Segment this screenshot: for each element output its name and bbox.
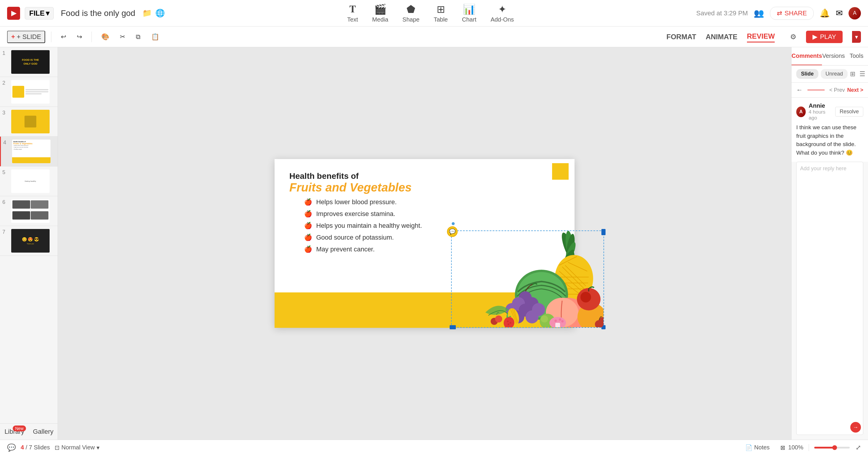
gallery-button[interactable]: Gallery bbox=[29, 424, 58, 440]
chat-icon[interactable]: ✉ bbox=[836, 8, 843, 18]
slide-thumb-4[interactable]: 4 Health benefits of Fruits & Vegetables… bbox=[0, 137, 58, 166]
slide-thumb-1[interactable]: 1 FOOD IS THEONLY GOD bbox=[0, 47, 58, 77]
slide-num-1: 1 bbox=[2, 50, 9, 56]
tool-table[interactable]: ⊞ Table bbox=[434, 3, 448, 23]
play-dropdown-icon[interactable]: ▾ bbox=[852, 31, 861, 43]
add-slide-button[interactable]: + + SLIDE bbox=[7, 31, 45, 43]
slide-thumb-3[interactable]: 3 bbox=[0, 107, 58, 137]
commenter-avatar: A bbox=[796, 106, 806, 117]
tool-chart[interactable]: 📊 Chart bbox=[462, 3, 476, 23]
addons-icon: ✦ bbox=[498, 3, 506, 15]
shape-icon: ⬟ bbox=[407, 3, 415, 15]
copy-button[interactable]: ⧉ bbox=[132, 31, 144, 42]
table-icon: ⊞ bbox=[437, 3, 445, 15]
addons-label: Add-Ons bbox=[491, 16, 514, 23]
rotate-handle[interactable] bbox=[452, 222, 455, 225]
text-label: Text bbox=[347, 16, 358, 23]
tool-addons[interactable]: ✦ Add-Ons bbox=[491, 3, 514, 23]
apple-icon-1: 🍎 bbox=[304, 198, 312, 206]
right-panel: Comments Versions Tools Slide Unread ⊞ ☰… bbox=[791, 47, 868, 440]
tool-media[interactable]: 🎬 Media bbox=[372, 3, 388, 23]
notes-label: Notes bbox=[754, 444, 770, 451]
svg-point-52 bbox=[561, 320, 564, 323]
comment-header: A Annie 4 hours ago Resolve bbox=[796, 102, 863, 121]
play-icon: ▶ bbox=[812, 33, 817, 41]
slide-preview-4: Health benefits of Fruits & Vegetables •… bbox=[12, 139, 51, 163]
scissors-button[interactable]: ✂ bbox=[116, 31, 129, 42]
prev-button[interactable]: < Prev bbox=[829, 87, 845, 93]
plus-icon: + bbox=[11, 33, 15, 41]
comment-pin[interactable]: 💬 bbox=[447, 226, 458, 237]
zoom-area: ⊠ 100% ⤢ bbox=[780, 444, 861, 451]
slide-num-3: 3 bbox=[2, 110, 9, 116]
new-badge: New bbox=[13, 425, 26, 431]
slide-thumb-5[interactable]: 5 Eating healthy bbox=[0, 166, 58, 196]
svg-point-35 bbox=[541, 316, 548, 323]
undo-button[interactable]: ↩ bbox=[57, 31, 70, 42]
library-button[interactable]: Library New bbox=[0, 424, 29, 440]
tab-tools[interactable]: Tools bbox=[845, 47, 868, 65]
main-layout: 1 FOOD IS THEONLY GOD 2 3 bbox=[0, 47, 868, 440]
list-view-icon[interactable]: ☰ bbox=[860, 70, 865, 78]
tool-shape[interactable]: ⬟ Shape bbox=[402, 3, 420, 23]
bell-icon[interactable]: 🔔 bbox=[819, 8, 830, 18]
grid-view-icon[interactable]: ⊞ bbox=[850, 70, 855, 78]
svg-point-45 bbox=[507, 320, 509, 322]
tab-versions[interactable]: Versions bbox=[822, 47, 845, 65]
tab-review[interactable]: REVIEW bbox=[747, 31, 775, 42]
tool-text[interactable]: 𝐓 Text bbox=[347, 3, 358, 23]
play-button[interactable]: ▶ PLAY bbox=[806, 31, 843, 43]
slide-indicator: 4 / 7 Slides bbox=[21, 444, 50, 451]
tab-comments[interactable]: Comments bbox=[792, 47, 822, 65]
sub-toolbar: + + SLIDE ↩ ↪ 🎨 ✂ ⧉ 📋 FORMAT ANIMATE REV… bbox=[0, 27, 868, 47]
zoom-thumb[interactable] bbox=[832, 445, 837, 450]
user-avatar[interactable]: A bbox=[848, 7, 861, 20]
slide-thumb-6[interactable]: 6 bbox=[0, 196, 58, 226]
slide-num-5: 5 bbox=[2, 169, 9, 175]
slide-thumb-7[interactable]: 7 😊 😍 😎 Thank you! bbox=[0, 226, 58, 256]
unread-filter-button[interactable]: Unread bbox=[821, 69, 848, 79]
slide-preview-2 bbox=[11, 80, 50, 104]
reply-input[interactable]: Add your reply here bbox=[796, 162, 863, 435]
apple-icon-3: 🍎 bbox=[304, 222, 312, 230]
paste-button[interactable]: 📋 bbox=[148, 31, 163, 42]
document-title: Food is the only god bbox=[61, 8, 135, 18]
tab-format[interactable]: FORMAT bbox=[666, 32, 696, 42]
slide-num-7: 7 bbox=[2, 229, 9, 235]
back-arrow-icon[interactable]: ← bbox=[796, 86, 803, 94]
comment-body: A Annie 4 hours ago Resolve I think we c… bbox=[792, 98, 868, 162]
fruit-selection-area[interactable]: 💬 bbox=[451, 230, 604, 328]
fullscreen-button[interactable]: ⤢ bbox=[856, 444, 861, 451]
slide-label: + SLIDE bbox=[17, 33, 41, 41]
comment-time: 4 hours ago bbox=[809, 109, 832, 121]
notes-button[interactable]: 📄 Notes bbox=[745, 444, 770, 451]
zoom-slider[interactable] bbox=[814, 447, 850, 449]
tool-bar-center: 𝐓 Text 🎬 Media ⬟ Shape ⊞ Table 📊 Chart ✦… bbox=[169, 3, 691, 23]
settings-icon[interactable]: ⚙ bbox=[790, 33, 797, 41]
zoom-level: 100% bbox=[788, 444, 803, 451]
slide-thumb-2[interactable]: 2 bbox=[0, 77, 58, 107]
globe-icon[interactable]: 🌐 bbox=[155, 8, 165, 18]
chart-icon: 📊 bbox=[463, 3, 475, 15]
table-label: Table bbox=[434, 16, 448, 23]
slide-filter-button[interactable]: Slide bbox=[796, 69, 818, 79]
send-button[interactable]: → bbox=[850, 422, 861, 432]
paint-button[interactable]: 🎨 bbox=[98, 31, 113, 42]
media-icon: 🎬 bbox=[374, 3, 386, 15]
view-mode-button[interactable]: ⊡ Normal View ▾ bbox=[55, 444, 99, 451]
current-slide-num: 4 bbox=[21, 444, 24, 451]
slide-preview-7: 😊 😍 😎 Thank you! bbox=[11, 229, 50, 253]
resolve-button[interactable]: Resolve bbox=[835, 107, 863, 117]
folder-icon[interactable]: 📁 bbox=[142, 8, 152, 18]
chart-label: Chart bbox=[462, 16, 476, 23]
shape-label: Shape bbox=[402, 16, 420, 23]
redo-button[interactable]: ↪ bbox=[73, 31, 86, 42]
slide-num-2: 2 bbox=[2, 80, 9, 86]
share-button[interactable]: ⇄ SHARE bbox=[770, 7, 814, 20]
next-button[interactable]: Next > bbox=[847, 87, 863, 93]
comment-icon[interactable]: 💬 bbox=[7, 444, 16, 452]
bullet-3: 🍎 Helps you maintain a healthy weight. bbox=[304, 222, 560, 230]
file-button[interactable]: FILE ▾ bbox=[25, 7, 54, 20]
tab-animate[interactable]: ANIMATE bbox=[706, 32, 738, 42]
svg-rect-49 bbox=[555, 323, 560, 327]
